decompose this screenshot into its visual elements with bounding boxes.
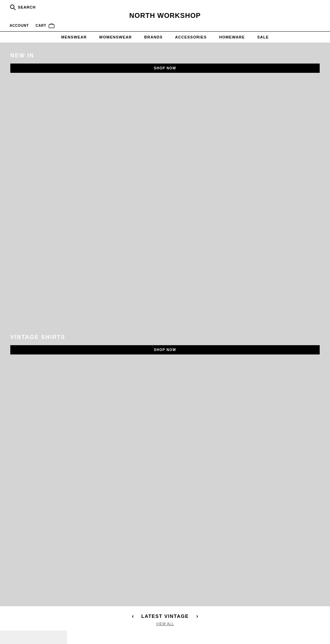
search-area[interactable]: SEARCH — [10, 4, 36, 10]
nav-item-accessories[interactable]: ACCESSORIES — [175, 35, 207, 39]
hero-2-shop-now-button[interactable]: SHOP NOW — [10, 345, 320, 354]
search-label: SEARCH — [18, 5, 36, 9]
site-title: NORTH WORKSHOP — [0, 12, 330, 22]
latest-vintage-title: LATEST VINTAGE — [141, 613, 189, 619]
view-all-link[interactable]: VIEW ALL — [0, 622, 330, 626]
search-icon — [10, 4, 16, 10]
hero-1-shop-now-button[interactable]: SHOP NOW — [10, 64, 320, 73]
nav-item-menswear[interactable]: MENSWEAR — [61, 35, 87, 39]
cart-label: CART — [36, 24, 46, 27]
prev-arrow-button[interactable]: ‹ — [130, 612, 136, 620]
nav-item-sale[interactable]: SALE — [257, 35, 269, 39]
cart-icon — [48, 22, 55, 29]
main-nav: MENSWEAR WOMENSWEAR BRANDS ACCESSORIES H… — [0, 32, 330, 43]
svg-rect-2 — [49, 25, 54, 28]
cart-link[interactable]: CART — [36, 22, 55, 29]
hero-2-title: VINTAGE SHIRTS — [10, 334, 320, 340]
hero-banner-1: NEW IN SHOP NOW — [0, 43, 330, 325]
latest-vintage-header: ‹ LATEST VINTAGE › — [0, 612, 330, 620]
nav-item-brands[interactable]: BRANDS — [144, 35, 163, 39]
hero-banner-2: VINTAGE SHIRTS SHOP NOW — [0, 325, 330, 606]
hero-1-title: NEW IN — [10, 53, 320, 59]
latest-vintage-section: ‹ LATEST VINTAGE › VIEW ALL — [0, 606, 330, 644]
next-arrow-button[interactable]: › — [194, 612, 200, 620]
account-link[interactable]: ACCOUNT — [10, 24, 29, 27]
svg-line-1 — [14, 8, 15, 10]
header-actions: ACCOUNT CART — [0, 22, 330, 32]
product-grid — [0, 631, 330, 644]
product-image-1 — [0, 631, 67, 644]
nav-item-womenswear[interactable]: WOMENSWEAR — [99, 35, 132, 39]
svg-point-0 — [10, 5, 14, 9]
nav-item-homeware[interactable]: HOMEWARE — [219, 35, 245, 39]
product-card-1[interactable] — [0, 631, 67, 644]
